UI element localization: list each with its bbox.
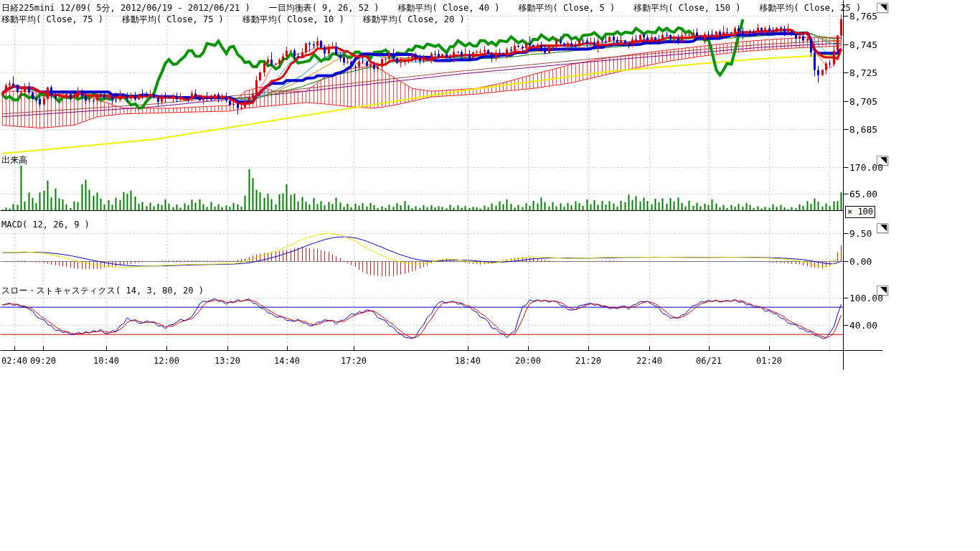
legend-row-1: 日経225mini 12/09( 5分, 2012/06/19 - 2012/0…	[1, 2, 861, 14]
time-axis-label: 01:20	[755, 356, 783, 366]
price-axis-label: 8,765	[849, 11, 877, 22]
time-axis-label: 12:00	[152, 356, 181, 366]
resize-triangle-icon	[880, 4, 887, 11]
time-axis-label: 18:40	[453, 356, 482, 366]
macd-axis-label: 0.00	[849, 256, 872, 267]
volume-axis-label: 65.00	[849, 189, 877, 199]
time-axis-label: 20:00	[514, 356, 542, 366]
time-axis-label: 21:20	[574, 356, 603, 366]
macd-axis-label: 9.50	[849, 228, 872, 239]
stochastics-panel-label: スロー・ストキャスティクス( 14, 3, 80, 20 )	[1, 286, 204, 296]
legend-indicator: 移動平均( Close, 150 )	[633, 2, 740, 14]
legend-indicator: 移動平均( Close, 75 )	[122, 14, 224, 26]
price-panel-resize-button[interactable]	[877, 3, 888, 13]
time-axis-label: 10:40	[92, 356, 121, 366]
legend-indicator: 移動平均( Close, 25 )	[759, 2, 861, 14]
chart-canvas[interactable]	[0, 0, 890, 373]
legend-indicator: 移動平均( Close, 20 )	[363, 14, 465, 26]
macd-panel-resize-button[interactable]	[877, 223, 888, 233]
stochastics-axis-label: 100.00	[849, 293, 883, 303]
legend-instrument: 日経225mini 12/09( 5分, 2012/06/19 - 2012/0…	[1, 2, 250, 14]
macd-panel-label: MACD( 12, 26, 9 )	[1, 220, 90, 230]
resize-triangle-icon	[880, 225, 887, 231]
time-axis-label: 09:20	[29, 356, 57, 366]
price-axis-label: 8,685	[849, 124, 877, 135]
time-axis-label: 22:40	[635, 356, 664, 366]
legend-indicator: 移動平均( Close, 10 )	[242, 14, 344, 26]
time-axis-label: 13:20	[213, 356, 242, 366]
legend-row-2: 移動平均( Close, 75 )移動平均( Close, 75 )移動平均( …	[1, 14, 465, 26]
stochastics-axis-label: 40.00	[849, 320, 877, 331]
price-axis-label: 8,705	[849, 96, 877, 107]
legend-indicator: 一目均衡表( 9, 26, 52 )	[269, 2, 380, 14]
price-axis-label: 8,725	[849, 67, 877, 78]
time-axis-label: 06/21	[694, 356, 723, 366]
time-axis-label: 17:20	[339, 356, 368, 366]
legend-indicator: 移動平均( Close, 75 )	[1, 14, 103, 26]
volume-axis-label: 170.00	[849, 162, 883, 173]
volume-multiplier-badge: × 100	[845, 206, 875, 218]
volume-panel-label: 出来高	[1, 156, 27, 165]
time-axis-label: 02:40	[0, 356, 29, 366]
time-axis-label: 14:40	[273, 356, 301, 366]
legend-indicator: 移動平均( Close, 40 )	[398, 2, 500, 14]
legend-indicator: 移動平均( Close, 5 )	[519, 2, 616, 14]
chart-window: 日経225mini 12/09( 5分, 2012/06/19 - 2012/0…	[0, 0, 980, 551]
price-axis-label: 8,745	[849, 39, 877, 50]
